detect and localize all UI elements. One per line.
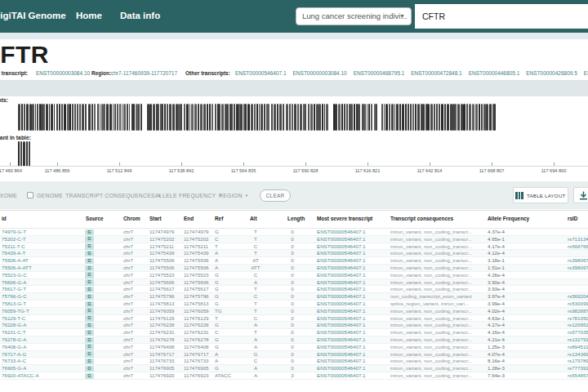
table-row[interactable]: G76059-TG-Tchr7117476059117476059TGT0ENS… <box>0 308 588 315</box>
variant-id-link[interactable]: 75606-G-A <box>2 279 83 286</box>
most-severe-transcript-link[interactable]: ENST00000546407.1 <box>317 286 387 292</box>
table-row[interactable]: G75439-A-Tchr7117475439117475439AT0ENST0… <box>0 250 588 257</box>
table-row[interactable]: G75606-G-Achr7117475606117475606GA0ENST0… <box>0 279 588 287</box>
column-header-start[interactable]: Start <box>149 216 162 221</box>
genome-filter-checkbox[interactable]: GENOME <box>27 181 63 209</box>
table-row[interactable]: G75813-G-Tchr7117475813117475813GT0ENST0… <box>0 301 588 308</box>
gene-search-input[interactable] <box>415 4 588 29</box>
variant-id-link[interactable]: 76129-T-C <box>2 315 83 322</box>
rsid-link[interactable]: rs134369 <box>568 351 588 358</box>
most-severe-transcript-link[interactable]: ENST00000546407.1 <box>317 358 387 364</box>
column-header-length[interactable]: Length <box>287 216 305 221</box>
other-transcript-link[interactable]: ENST00000446805.1 <box>469 70 520 76</box>
variant-id-link[interactable]: 75813-G-T <box>2 301 83 307</box>
variant-id-link[interactable]: 75202-C-T <box>2 236 83 243</box>
rsid-link[interactable]: rs577035 <box>568 329 588 336</box>
variant-id-link[interactable]: 75617-G-T <box>2 286 83 292</box>
variant-id-link[interactable]: 76717-A-G <box>2 351 83 358</box>
rsid-link[interactable]: rs569204 <box>568 293 588 300</box>
variant-id-link[interactable]: 75211-T-C <box>2 243 83 250</box>
nav-data-info-link[interactable]: Data info <box>120 11 160 20</box>
table-row[interactable]: G76733-A-Cchr7117476733117476733AC0ENST0… <box>0 358 588 365</box>
table-row[interactable]: G76920-ATACC-Achr7117476920117476923ATAC… <box>0 372 588 380</box>
download-button[interactable] <box>573 187 588 203</box>
variant-id-link[interactable]: 76733-A-C <box>2 358 83 364</box>
most-severe-transcript-link[interactable]: ENST00000546407.1 <box>317 336 387 343</box>
table-row[interactable]: G75506-A-ATTchr7117475506117475506AATT0E… <box>0 265 588 272</box>
table-row[interactable]: G76228-G-Achr7117476228117476228GA0ENST0… <box>0 322 588 329</box>
column-header-allele-frequency[interactable]: Allele Frequency <box>488 216 529 221</box>
filter-dropdown-transcript-consequences[interactable]: TRANSCRIPT CONSEQUENCES▾ <box>65 181 161 209</box>
exome-filter-checkbox[interactable]: EXOME <box>0 181 17 209</box>
rsid-link[interactable]: rs713134 <box>568 236 588 243</box>
column-header-ref[interactable]: Ref <box>215 216 223 221</box>
table-row[interactable]: G76278-G-Achr7117476278117476278GA0ENST0… <box>0 336 588 344</box>
variant-id-link[interactable]: 76920-ATACC-A <box>2 372 83 379</box>
table-row[interactable]: G75506-A-ATchr7117475506117475506AAT0ENS… <box>0 257 588 265</box>
column-header-transcript-consequences[interactable]: Transcript consequences <box>390 216 453 221</box>
rsid-link[interactable]: rs132791 <box>568 336 588 343</box>
most-severe-transcript-link[interactable]: ENST00000546407.1 <box>317 243 387 250</box>
variant-id-link[interactable]: 75506-A-ATT <box>2 265 83 271</box>
column-header-id[interactable]: id <box>2 216 7 221</box>
most-severe-transcript-link[interactable]: ENST00000546407.1 <box>317 372 387 379</box>
other-transcript-link[interactable]: ENST00000468795.1 <box>354 70 405 76</box>
rsid-link[interactable]: rs894511 <box>568 344 588 350</box>
most-severe-transcript-link[interactable]: ENST00000546407.1 <box>317 257 387 264</box>
table-row[interactable]: G75523-G-Cchr7117475523117475523GC0ENST0… <box>0 272 588 279</box>
rsid-link[interactable]: rs554857 <box>568 372 588 379</box>
dataset-select[interactable]: Lung cancer screening indivi... ▼ <box>296 7 412 25</box>
filter-dropdown-region[interactable]: REGION▾ <box>219 181 247 209</box>
nav-home-link[interactable]: Home <box>76 11 102 20</box>
most-severe-transcript-link[interactable]: ENST00000546407.1 <box>317 322 387 328</box>
other-transcript-link[interactable]: ENST00000472848.1 <box>411 70 462 76</box>
most-severe-transcript-link[interactable]: ENST00000546407.1 <box>317 236 387 243</box>
most-severe-transcript-link[interactable]: ENST00000546407.1 <box>317 301 387 307</box>
most-severe-transcript-link[interactable]: ENST00000546407.1 <box>317 279 387 286</box>
most-severe-transcript-link[interactable]: ENST00000546407.1 <box>317 344 387 350</box>
canonical-transcript-link[interactable]: ENST00000003084.10 <box>36 70 90 76</box>
column-header-end[interactable]: End <box>184 216 194 221</box>
table-row[interactable]: G75796-G-Cchr7117475796117475796GC0ENST0… <box>0 293 588 301</box>
other-transcript-link[interactable]: ENST00000426809.5 <box>526 70 577 76</box>
most-severe-transcript-link[interactable]: ENST00000546407.1 <box>317 272 387 278</box>
other-transcript-link[interactable]: ENST00000546407.1 <box>235 70 287 76</box>
table-row[interactable]: G76408-G-Achr7117476408117476408GA0ENST0… <box>0 344 588 351</box>
clear-filters-button[interactable]: CLEAR <box>260 189 291 202</box>
rsid-link[interactable]: rs120951 <box>568 322 588 328</box>
most-severe-transcript-link[interactable]: ENST00000546407.1 <box>317 315 387 322</box>
most-severe-transcript-link[interactable]: ENST00000546407.1 <box>317 293 387 300</box>
most-severe-transcript-link[interactable]: ENST00000546407.1 <box>317 308 387 314</box>
rsid-link[interactable]: rs568766 <box>568 243 588 250</box>
most-severe-transcript-link[interactable]: ENST00000546407.1 <box>317 250 387 256</box>
variants-track[interactable] <box>0 104 588 131</box>
table-row[interactable]: G75202-C-Tchr7117475202117475202CT0ENST0… <box>0 236 588 243</box>
table-layout-button[interactable]: TABLE LAYOUT <box>513 187 568 203</box>
rsid-link[interactable]: rs398067 <box>568 257 588 264</box>
rsid-link[interactable]: rs179789 <box>568 358 588 364</box>
most-severe-transcript-link[interactable]: ENST00000546407.1 <box>317 329 387 336</box>
variant-id-link[interactable]: 75796-G-C <box>2 293 83 300</box>
variants-in-table-track[interactable] <box>0 141 588 167</box>
most-severe-transcript-link[interactable]: ENST00000546407.1 <box>317 365 387 372</box>
rsid-link[interactable]: rs777391 <box>568 365 588 372</box>
variant-id-link[interactable]: 76905-G-A <box>2 365 83 372</box>
column-header-alt[interactable]: Alt <box>250 216 257 221</box>
table-row[interactable]: G76905-G-Achr7117476905117476905GA0ENST0… <box>0 365 588 372</box>
column-header-rsid[interactable]: rsID <box>568 216 577 221</box>
variant-id-link[interactable]: 76059-TG-T <box>2 308 83 314</box>
table-row[interactable]: G76231-C-Tchr7117476231117476231CT0ENST0… <box>0 329 588 336</box>
rsid-link[interactable]: rs530099 <box>568 301 588 307</box>
variant-id-link[interactable]: 74979-G-T <box>2 229 83 235</box>
table-row[interactable]: G75617-G-Tchr7117475617117475617GT0ENST0… <box>0 286 588 293</box>
rsid-link[interactable]: rs398067 <box>568 265 588 271</box>
variant-id-link[interactable]: 76408-G-A <box>2 344 83 350</box>
variant-id-link[interactable]: 76278-G-A <box>2 336 83 343</box>
rsid-link[interactable]: rs781050 <box>568 315 588 322</box>
table-row[interactable]: G75211-T-Cchr7117475211117475211TC0ENST0… <box>0 243 588 251</box>
most-severe-transcript-link[interactable]: ENST00000546407.1 <box>317 229 387 235</box>
table-row[interactable]: G76129-T-Cchr7117476129117476129TC0ENST0… <box>0 315 588 323</box>
filter-dropdown-allele-frequency[interactable]: ALLELE FREQUENCY▾ <box>155 181 221 209</box>
column-header-chrom[interactable]: Chrom <box>123 216 140 221</box>
variant-id-link[interactable]: 75523-G-C <box>2 272 83 278</box>
